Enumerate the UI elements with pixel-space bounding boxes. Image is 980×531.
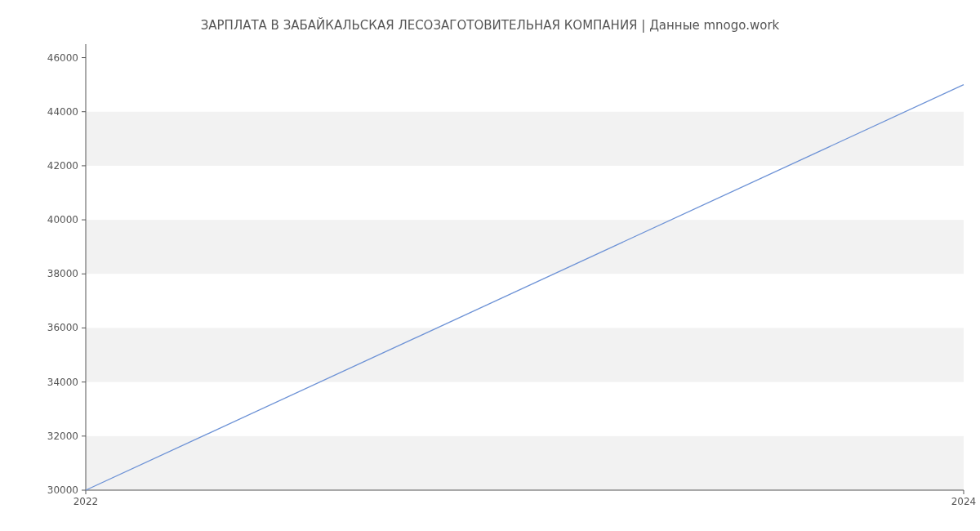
grid-band [86, 328, 964, 382]
y-tick-label: 30000 [47, 484, 78, 496]
y-tick-label: 44000 [47, 106, 78, 118]
x-tick-label: 2022 [74, 496, 99, 507]
y-tick-label: 34000 [47, 377, 78, 388]
x-tick-label: 2024 [951, 496, 977, 507]
y-tick-label: 36000 [47, 322, 78, 333]
y-tick-label: 46000 [47, 52, 78, 64]
y-tick-label: 38000 [47, 268, 78, 279]
grid-band [86, 220, 964, 274]
grid-band [86, 112, 964, 166]
chart-plot: 3000032000340003600038000400004200044000… [0, 0, 980, 531]
y-tick-label: 40000 [47, 214, 78, 225]
y-tick-label: 32000 [47, 431, 78, 442]
grid-band [86, 436, 964, 490]
y-tick-label: 42000 [47, 160, 78, 172]
